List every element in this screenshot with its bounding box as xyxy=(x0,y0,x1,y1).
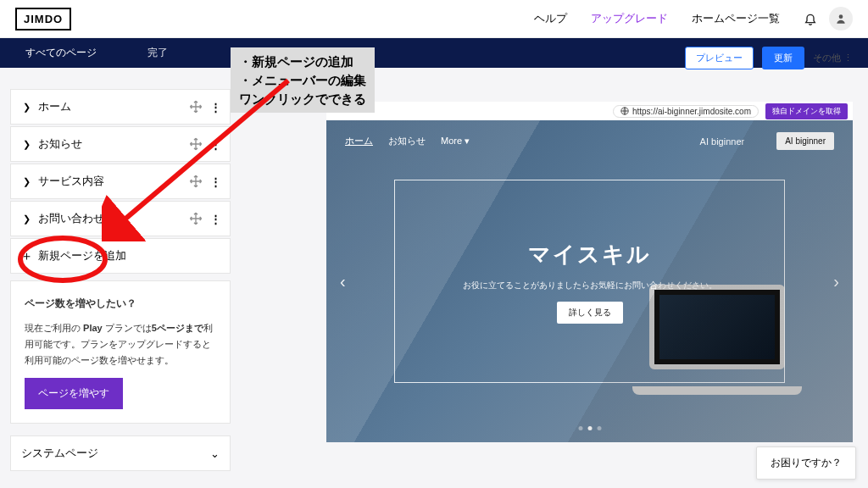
page-label: ホーム xyxy=(38,99,189,114)
upsell-body: 現在ご利用の Play プランでは5ページまで利用可能です。プランをアップグレー… xyxy=(25,320,216,368)
increase-pages-button[interactable]: ページを増やす xyxy=(25,378,123,409)
page-label: お問い合わせ xyxy=(38,211,189,226)
kebab-icon[interactable]: ⋮ xyxy=(209,175,221,188)
chevron-right-icon: ❯ xyxy=(19,139,33,150)
svg-point-0 xyxy=(839,14,843,19)
preview-nav-home[interactable]: ホーム xyxy=(345,135,373,147)
kebab-icon[interactable]: ⋮ xyxy=(209,213,221,225)
chevron-down-icon: ⌄ xyxy=(210,447,220,460)
site-preview: https://ai-biginner.jimdosite.com 独自ドメイン… xyxy=(326,102,853,473)
hero-subtitle: お役に立てることがありましたらお気軽にお問い合わせください。 xyxy=(463,280,717,291)
nav-upgrade[interactable]: アップグレード xyxy=(591,11,668,26)
carousel-prev-icon[interactable]: ‹ xyxy=(340,272,346,291)
preview-url-text: https://ai-biginner.jimdosite.com xyxy=(632,107,751,116)
hero-cta-button[interactable]: 詳しく見る xyxy=(557,302,623,324)
bell-icon[interactable] xyxy=(798,7,822,30)
annotation-note: ・新規ページの追加 ・メニューバーの編集 ワンクリックでできる xyxy=(231,47,375,113)
move-icon[interactable] xyxy=(189,137,203,151)
plus-icon: ＋ xyxy=(19,248,33,264)
tab-all-pages[interactable]: すべてのページ xyxy=(0,38,122,68)
upsell-heading: ページ数を増やしたい？ xyxy=(25,295,216,312)
preview-nav-cta[interactable]: AI biginner xyxy=(776,132,834,150)
system-pages-row[interactable]: システムページ ⌄ xyxy=(10,435,231,471)
kebab-icon[interactable]: ⋮ xyxy=(209,101,221,114)
user-avatar-icon[interactable] xyxy=(829,7,853,30)
preview-button[interactable]: プレビュー xyxy=(685,47,754,69)
carousel-next-icon[interactable]: › xyxy=(833,272,839,291)
preview-nav-news[interactable]: お知らせ xyxy=(388,135,426,147)
preview-nav-more[interactable]: More ▾ xyxy=(441,136,470,147)
carousel-dots[interactable] xyxy=(578,426,601,430)
page-item-news[interactable]: ❯ お知らせ ⋮ xyxy=(10,126,231,162)
nav-sites[interactable]: ホームページ一覧 xyxy=(692,11,780,26)
system-pages-label: システムページ xyxy=(21,446,98,461)
preview-url[interactable]: https://ai-biginner.jimdosite.com xyxy=(613,105,759,118)
add-page-label: 新規ページを追加 xyxy=(38,248,221,263)
get-domain-button[interactable]: 独自ドメインを取得 xyxy=(765,103,848,119)
hero-title: マイスキル xyxy=(528,240,651,269)
other-menu[interactable]: その他 ⋮ xyxy=(813,52,853,64)
globe-icon xyxy=(620,107,629,115)
page-label: お知らせ xyxy=(38,136,189,152)
page-item-contact[interactable]: ❯ お問い合わせ ⋮ xyxy=(10,201,231,236)
update-button[interactable]: 更新 xyxy=(762,47,804,69)
help-bubble[interactable]: お困りですか？ xyxy=(756,446,856,480)
logo[interactable]: JIMDO xyxy=(15,8,71,30)
page-label: サービス内容 xyxy=(38,174,189,189)
page-item-home[interactable]: ❯ ホーム ⋮ xyxy=(10,89,231,125)
page-item-service[interactable]: ❯ サービス内容 ⋮ xyxy=(10,164,231,199)
nav-help[interactable]: ヘルプ xyxy=(534,11,567,26)
move-icon[interactable] xyxy=(189,175,203,188)
hero-section: ホーム お知らせ More ▾ AI biginner AI biginner … xyxy=(326,120,853,442)
chevron-right-icon: ❯ xyxy=(19,176,33,187)
laptop-illustration xyxy=(632,285,802,395)
kebab-icon[interactable]: ⋮ xyxy=(209,138,221,151)
preview-brand: AI biginner xyxy=(700,136,745,147)
chevron-right-icon: ❯ xyxy=(19,214,33,225)
add-page-button[interactable]: ＋ 新規ページを追加 xyxy=(10,238,231,274)
move-icon[interactable] xyxy=(189,100,203,114)
upsell-card: ページ数を増やしたい？ 現在ご利用の Play プランでは5ページまで利用可能で… xyxy=(10,280,231,424)
move-icon[interactable] xyxy=(189,212,203,225)
chevron-right-icon: ❯ xyxy=(19,102,33,113)
tab-done[interactable]: 完了 xyxy=(122,38,193,68)
